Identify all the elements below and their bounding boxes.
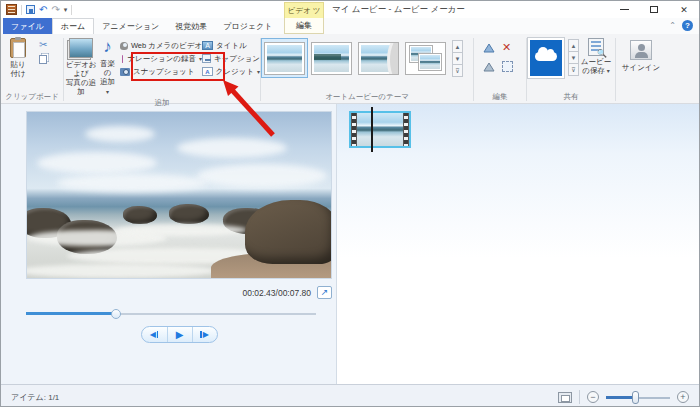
onedrive-share-button[interactable]: [527, 37, 565, 79]
add-music-button[interactable]: ♪ 音楽の 追加 ▾: [98, 36, 117, 97]
record-narration-button[interactable]: ナレーションの録音 ▾: [120, 52, 202, 65]
thumbnail-size-icon[interactable]: [558, 392, 572, 403]
add-videos-label-line1: ビデオおよび: [64, 60, 98, 78]
large-rock: [245, 200, 332, 264]
ribbon: 貼り 付け ✂ クリップボード ビデオおよび 写真の追加 ♪: [1, 34, 699, 104]
preview-pane: 00:02.43/00:07.80 ↗ ◀ ▶ ▶: [1, 104, 337, 384]
gallery-scroll: ▲ ▼ ⊽: [452, 40, 463, 77]
theme-thumbnail-fade[interactable]: [402, 38, 449, 78]
share-gallery-scroll: ▲ ▼ ⊽: [568, 39, 579, 76]
undo-icon[interactable]: ↶: [39, 5, 47, 14]
tab-project[interactable]: プロジェクト: [215, 18, 280, 34]
credits-icon: A: [202, 67, 213, 76]
group-share: ▲ ▼ ⊽ ムービー の保存 ▾ 共有: [527, 36, 615, 103]
caption-button[interactable]: キャプション: [202, 52, 260, 65]
video-preview[interactable]: [26, 111, 332, 279]
zoom-slider[interactable]: [606, 391, 670, 404]
ribbon-tabs: ファイル ホーム アニメーション 視覚効果 プロジェクト 表示 編集 ⌃ ?: [1, 18, 699, 34]
divider: [71, 5, 72, 15]
filmstrip-right-rail: [403, 113, 409, 146]
add-music-label-line1: 音楽の: [98, 59, 117, 77]
theme-thumbnail-default[interactable]: [261, 38, 308, 78]
minimize-button[interactable]: [609, 1, 639, 18]
tab-file[interactable]: ファイル: [3, 18, 52, 34]
group-label-share: 共有: [527, 91, 615, 103]
zoom-in-icon[interactable]: +: [677, 391, 689, 403]
rotate-left-icon[interactable]: [483, 42, 496, 53]
play-button[interactable]: ▶: [167, 327, 192, 342]
movie-maker-window: ↶ ↷ ▾ ビデオ ツール マイ ムービー - ムービー メーカー ✕ ファイル…: [0, 0, 700, 407]
theme-thumbnail-cinematic[interactable]: [355, 38, 402, 78]
dropdown-arrow-icon: ▾: [106, 89, 109, 95]
caption-icon: [202, 54, 211, 63]
credits-button[interactable]: A クレジット ▾: [202, 65, 260, 78]
copy-icon[interactable]: [39, 55, 47, 64]
share-more-icon[interactable]: ⊽: [568, 63, 579, 76]
item-count: アイテム: 1/1: [11, 392, 59, 403]
save-movie-icon: [588, 38, 604, 56]
seek-bar[interactable]: [26, 308, 316, 319]
group-signin: サインイン: [616, 36, 666, 103]
clipboard-icon: [10, 38, 26, 58]
title-button[interactable]: A タイトル: [202, 39, 260, 52]
remove-icon[interactable]: ✕: [502, 42, 518, 58]
tab-home[interactable]: ホーム: [52, 18, 94, 34]
caption-label: キャプション: [214, 54, 260, 64]
webcam-label: Web カメラのビデオ: [131, 41, 202, 51]
next-frame-button[interactable]: ▶: [192, 327, 217, 342]
dropdown-arrow-icon: ▾: [257, 68, 260, 75]
group-automovie-themes: ▲ ▼ ⊽ オートムービーのテーマ: [261, 36, 473, 103]
divider: [21, 5, 22, 15]
qat-dropdown-icon[interactable]: ▾: [64, 6, 68, 14]
zoom-slider-thumb[interactable]: [632, 391, 639, 404]
group-label-automovie: オートムービーのテーマ: [261, 91, 473, 103]
divider: [579, 390, 580, 404]
save-movie-button[interactable]: ムービー の保存 ▾: [579, 36, 613, 76]
theme-thumbnail-contemporary[interactable]: [308, 38, 355, 78]
add-videos-photos-button[interactable]: ビデオおよび 写真の追加: [64, 36, 98, 96]
contextual-tab-group-header: ビデオ ツール: [284, 2, 324, 18]
group-add: ビデオおよび 写真の追加 ♪ 音楽の 追加 ▾ Web カメラのビデオ ナレーシ…: [64, 36, 260, 103]
paste-button[interactable]: 貼り 付け: [1, 36, 35, 78]
group-label-add: 追加: [64, 97, 260, 108]
add-video-photo-icon: [69, 38, 93, 58]
gallery-more-icon[interactable]: ⊽: [452, 64, 463, 77]
help-icon[interactable]: ?: [682, 20, 693, 31]
sign-in-button[interactable]: サインイン: [617, 36, 665, 72]
window-title: マイ ムービー - ムービー メーカー: [332, 4, 465, 16]
theme-gallery: ▲ ▼ ⊽: [261, 36, 463, 78]
main-content: 00:02.43/00:07.80 ↗ ◀ ▶ ▶: [1, 104, 699, 384]
webcam-icon: [120, 42, 128, 50]
paste-label-line1: 貼り: [10, 60, 25, 69]
tab-visual-effects[interactable]: 視覚効果: [167, 18, 215, 34]
storyboard[interactable]: [337, 104, 699, 384]
window-controls: ✕: [609, 1, 699, 18]
save-icon[interactable]: [26, 5, 35, 14]
snapshot-button[interactable]: スナップショット: [120, 65, 202, 78]
playback-controls: ◀ ▶ ▶: [141, 326, 218, 343]
select-all-icon[interactable]: [502, 61, 513, 72]
redo-icon[interactable]: ↷: [51, 5, 59, 14]
snapshot-label: スナップショット: [133, 67, 194, 77]
tab-edit-video-tools[interactable]: 編集: [284, 18, 324, 34]
tab-animation[interactable]: アニメーション: [94, 18, 167, 34]
person-icon: [630, 40, 652, 60]
zoom-out-icon[interactable]: −: [587, 391, 599, 403]
group-label-clipboard: クリップボード: [1, 91, 63, 103]
rotate-right-icon[interactable]: [483, 61, 496, 72]
close-button[interactable]: ✕: [669, 1, 699, 18]
collapse-ribbon-icon[interactable]: ⌃: [669, 21, 676, 30]
video-clip-thumbnail[interactable]: [349, 111, 411, 148]
app-icon[interactable]: [6, 4, 17, 15]
group-label-edit: 編集: [474, 91, 526, 103]
credits-label: クレジット: [216, 67, 254, 77]
dropdown-arrow-icon: ▾: [605, 68, 610, 74]
fullscreen-icon[interactable]: ↗: [317, 286, 332, 299]
quick-access-toolbar: ↶ ↷ ▾: [1, 4, 72, 15]
playhead[interactable]: [371, 107, 373, 152]
cut-icon[interactable]: ✂: [39, 40, 47, 49]
previous-frame-button[interactable]: ◀: [142, 327, 167, 342]
seek-thumb[interactable]: [111, 309, 121, 319]
webcam-video-button[interactable]: Web カメラのビデオ: [120, 39, 202, 52]
maximize-button[interactable]: [639, 1, 669, 18]
